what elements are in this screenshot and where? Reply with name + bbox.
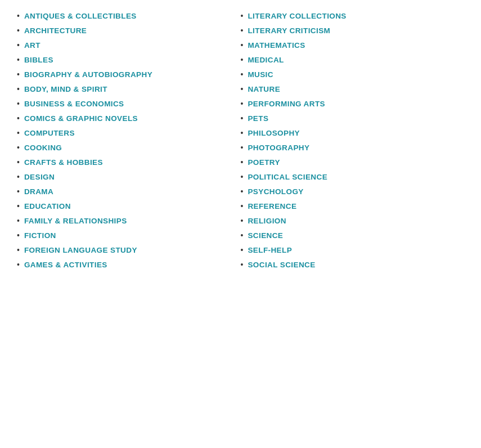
category-link[interactable]: ARCHITECTURE xyxy=(24,26,87,35)
category-link[interactable]: BODY, MIND & SPIRIT xyxy=(24,85,107,93)
category-link[interactable]: PHILOSOPHY xyxy=(248,129,300,137)
list-item: •PERFORMING ARTS xyxy=(241,99,453,108)
bullet-icon: • xyxy=(17,158,20,167)
bullet-icon: • xyxy=(17,231,20,240)
list-item: •RELIGION xyxy=(241,216,453,225)
category-link[interactable]: SELF-HELP xyxy=(248,246,292,254)
category-link[interactable]: EDUCATION xyxy=(24,202,71,210)
category-link[interactable]: RELIGION xyxy=(248,217,286,225)
bullet-icon: • xyxy=(17,201,20,210)
bullet-icon: • xyxy=(241,245,244,254)
category-link[interactable]: ANTIQUES & COLLECTIBLES xyxy=(24,12,137,20)
category-link[interactable]: REFERENCE xyxy=(248,202,296,210)
category-link[interactable]: COMICS & GRAPHIC NOVELS xyxy=(24,114,138,123)
list-item: •DRAMA xyxy=(17,187,230,196)
category-link[interactable]: DESIGN xyxy=(24,173,55,181)
category-link[interactable]: NATURE xyxy=(248,85,280,93)
list-item: •NATURE xyxy=(241,84,453,93)
bullet-icon: • xyxy=(17,41,20,50)
list-item: •SCIENCE xyxy=(241,231,453,240)
list-item: •SOCIAL SCIENCE xyxy=(241,260,453,269)
category-link[interactable]: PERFORMING ARTS xyxy=(248,100,325,108)
list-item: •ARCHITECTURE xyxy=(17,26,230,35)
category-link[interactable]: LITERARY COLLECTIONS xyxy=(248,12,346,20)
list-item: •FICTION xyxy=(17,231,230,240)
category-link[interactable]: BIOGRAPHY & AUTOBIOGRAPHY xyxy=(24,70,152,79)
category-link[interactable]: POLITICAL SCIENCE xyxy=(248,173,327,181)
list-item: •MUSIC xyxy=(241,70,453,79)
list-item: •LITERARY CRITICISM xyxy=(241,26,453,35)
bullet-icon: • xyxy=(241,260,244,269)
category-link[interactable]: PSYCHOLOGY xyxy=(248,187,303,196)
category-link[interactable]: FAMILY & RELATIONSHIPS xyxy=(24,217,127,225)
category-link[interactable]: ART xyxy=(24,41,41,50)
category-link[interactable]: GAMES & ACTIVITIES xyxy=(24,261,107,269)
list-item: •PETS xyxy=(241,114,453,123)
bullet-icon: • xyxy=(17,11,20,20)
category-link[interactable]: FOREIGN LANGUAGE STUDY xyxy=(24,246,137,254)
bullet-icon: • xyxy=(241,41,244,50)
list-item: •FOREIGN LANGUAGE STUDY xyxy=(17,245,230,254)
list-item: •DESIGN xyxy=(17,172,230,181)
bullet-icon: • xyxy=(241,201,244,210)
category-link[interactable]: BIBLES xyxy=(24,56,53,64)
list-item: •EDUCATION xyxy=(17,201,230,210)
list-item: •BODY, MIND & SPIRIT xyxy=(17,84,230,93)
categories-container: •ANTIQUES & COLLECTIBLES•ARCHITECTURE•AR… xyxy=(17,11,464,275)
list-item: •PHOTOGRAPHY xyxy=(241,143,453,152)
category-link[interactable]: SOCIAL SCIENCE xyxy=(248,261,315,269)
category-link[interactable]: POETRY xyxy=(248,158,280,167)
list-item: •FAMILY & RELATIONSHIPS xyxy=(17,216,230,225)
category-link[interactable]: DRAMA xyxy=(24,187,53,196)
bullet-icon: • xyxy=(241,26,244,35)
list-item: •COMICS & GRAPHIC NOVELS xyxy=(17,114,230,123)
bullet-icon: • xyxy=(17,172,20,181)
list-item: •CRAFTS & HOBBIES xyxy=(17,158,230,167)
bullet-icon: • xyxy=(17,260,20,269)
bullet-icon: • xyxy=(241,158,244,167)
list-item: •COMPUTERS xyxy=(17,128,230,137)
list-item: •POLITICAL SCIENCE xyxy=(241,172,453,181)
bullet-icon: • xyxy=(241,216,244,225)
bullet-icon: • xyxy=(241,128,244,137)
category-link[interactable]: MATHEMATICS xyxy=(248,41,305,50)
category-link[interactable]: BUSINESS & ECONOMICS xyxy=(24,100,124,108)
bullet-icon: • xyxy=(17,245,20,254)
list-item: •COOKING xyxy=(17,143,230,152)
category-link[interactable]: FICTION xyxy=(24,231,56,240)
list-item: •ART xyxy=(17,41,230,50)
bullet-icon: • xyxy=(241,231,244,240)
category-link[interactable]: PHOTOGRAPHY xyxy=(248,144,309,152)
list-item: •BUSINESS & ECONOMICS xyxy=(17,99,230,108)
bullet-icon: • xyxy=(17,143,20,152)
category-link[interactable]: PETS xyxy=(248,114,268,123)
category-link[interactable]: CRAFTS & HOBBIES xyxy=(24,158,103,167)
bullet-icon: • xyxy=(241,114,244,123)
list-item: •LITERARY COLLECTIONS xyxy=(241,11,453,20)
right-category-list: •LITERARY COLLECTIONS•LITERARY CRITICISM… xyxy=(241,11,453,269)
bullet-icon: • xyxy=(17,70,20,79)
bullet-icon: • xyxy=(17,26,20,35)
category-link[interactable]: SCIENCE xyxy=(248,231,283,240)
bullet-icon: • xyxy=(17,114,20,123)
bullet-icon: • xyxy=(241,99,244,108)
category-link[interactable]: COOKING xyxy=(24,144,62,152)
category-link[interactable]: MUSIC xyxy=(248,70,273,79)
bullet-icon: • xyxy=(241,84,244,93)
list-item: •MATHEMATICS xyxy=(241,41,453,50)
list-item: •REFERENCE xyxy=(241,201,453,210)
bullet-icon: • xyxy=(241,11,244,20)
category-link[interactable]: MEDICAL xyxy=(248,56,284,64)
bullet-icon: • xyxy=(241,187,244,196)
category-link[interactable]: LITERARY CRITICISM xyxy=(248,26,330,35)
left-category-list: •ANTIQUES & COLLECTIBLES•ARCHITECTURE•AR… xyxy=(17,11,230,269)
bullet-icon: • xyxy=(17,99,20,108)
list-item: •PSYCHOLOGY xyxy=(241,187,453,196)
category-link[interactable]: COMPUTERS xyxy=(24,129,75,137)
bullet-icon: • xyxy=(241,55,244,64)
right-column: •LITERARY COLLECTIONS•LITERARY CRITICISM… xyxy=(241,11,465,275)
list-item: •BIOGRAPHY & AUTOBIOGRAPHY xyxy=(17,70,230,79)
bullet-icon: • xyxy=(17,216,20,225)
list-item: •MEDICAL xyxy=(241,55,453,64)
bullet-icon: • xyxy=(241,143,244,152)
